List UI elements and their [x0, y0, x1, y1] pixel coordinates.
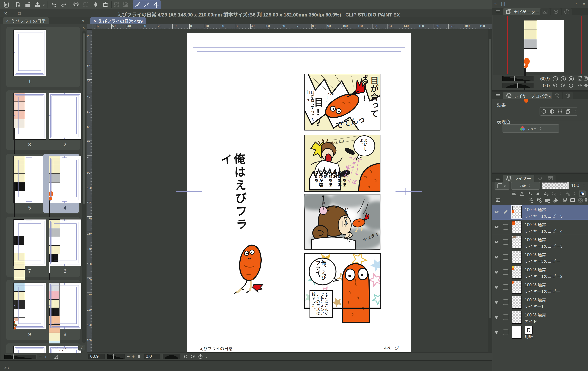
layer-thumbnail[interactable]	[512, 206, 521, 218]
border-effect-button[interactable]	[541, 109, 547, 114]
tab-navigator[interactable]: ナビゲーター	[503, 8, 543, 15]
draft-layer-button[interactable]	[527, 191, 533, 196]
scroll-down-button[interactable]: ∨	[78, 345, 85, 351]
zoom-out-thumbnails-button[interactable]: −	[39, 354, 42, 359]
canvas-zoom-out-button[interactable]: −	[127, 354, 130, 359]
canvas-scrollbar-thumb[interactable]	[489, 39, 491, 318]
tab-page-manager[interactable]: × えびフライの日常	[3, 17, 49, 24]
page-thumbnail-cell[interactable]: 2	[49, 90, 81, 150]
layer-edit-target[interactable]	[503, 314, 508, 320]
expression-color-dropdown[interactable]: カラー	[502, 124, 559, 133]
layer-thumbnail[interactable]	[512, 326, 521, 338]
tab-tone[interactable]	[563, 92, 573, 99]
layer-thumbnail[interactable]	[512, 236, 521, 248]
navigator-rotation-slider[interactable]	[502, 83, 534, 88]
curve-pen-tool[interactable]	[143, 1, 151, 9]
layer-thumbnail[interactable]	[512, 266, 521, 278]
layer-visibility-eye-icon[interactable]	[494, 314, 500, 320]
open-file-button[interactable]	[24, 1, 32, 9]
layer-visibility-eye-icon[interactable]	[494, 239, 500, 245]
page-thumbnail-cell[interactable]: 9	[14, 280, 46, 340]
tab-subview[interactable]	[540, 8, 550, 15]
dock-arrow-icon[interactable]: ›	[576, 1, 577, 6]
window-close-button[interactable]: ×	[2, 10, 9, 16]
halftone-dots-button[interactable]	[557, 109, 563, 114]
layer-thumbnail[interactable]	[512, 251, 521, 263]
layer-edit-target[interactable]	[503, 284, 508, 290]
layer-visibility-eye-icon[interactable]	[494, 269, 500, 275]
thumbnail-zoom-slider[interactable]	[4, 354, 36, 359]
divide-frame-tool[interactable]	[152, 1, 160, 9]
tab-information[interactable]	[562, 8, 572, 15]
new-raster-layer-button[interactable]	[528, 197, 534, 203]
layer-row[interactable]: 100 % 通常レイヤー1のコピー2	[492, 265, 588, 280]
rotate-ccw-button[interactable]	[182, 354, 188, 359]
layer-visibility-eye-icon[interactable]	[494, 209, 500, 215]
tab-layer-search[interactable]	[552, 92, 562, 99]
merge-with-lower-layer-button[interactable]	[561, 197, 567, 203]
layer-property-menu-icon[interactable]	[495, 93, 500, 98]
page-thumbnail[interactable]	[14, 156, 46, 203]
dock-grip-icon[interactable]: |||	[501, 1, 506, 6]
layer-edit-target[interactable]	[503, 330, 508, 335]
pasteboard[interactable]: 俺はえびフライ	[92, 29, 492, 352]
page-thumbnail-cell[interactable]: 4	[49, 154, 81, 213]
page-thumbnail-cell[interactable]: 5	[14, 154, 46, 213]
layer-color-effect-button[interactable]	[565, 109, 571, 114]
clip-studio-logo-icon[interactable]	[2, 1, 10, 9]
canvas-zoom-value[interactable]: 60.9	[88, 354, 105, 359]
close-icon[interactable]: ×	[94, 18, 96, 23]
layer-list-options-button[interactable]	[495, 197, 501, 203]
layer-visibility-eye-icon[interactable]	[494, 330, 500, 335]
page-thumbnail-cell[interactable]: 1	[14, 27, 46, 87]
navigator-rotate-cw-button[interactable]	[560, 83, 566, 88]
opacity-slider[interactable]	[542, 182, 569, 189]
layer-row[interactable]: 100 % 通常レイヤー1のコピー3	[492, 235, 588, 250]
window-maximize-button[interactable]: □	[16, 11, 22, 16]
reset-rotation-button[interactable]	[198, 354, 203, 359]
clip-to-layer-below-button[interactable]	[511, 191, 517, 196]
zoom-in-thumbnails-button[interactable]: +	[44, 354, 47, 359]
fit-thumbnails-icon[interactable]	[53, 354, 59, 360]
save-button[interactable]	[33, 1, 42, 9]
expand-panel-icon[interactable]: ︽	[4, 362, 10, 370]
editing-pencil-icon[interactable]	[503, 209, 508, 215]
set-as-reference-disabled-button[interactable]	[551, 191, 556, 196]
apply-mask-disabled-button[interactable]	[577, 197, 583, 203]
lock-layer-button[interactable]	[535, 191, 541, 196]
tab-quick-access[interactable]	[551, 8, 561, 15]
layer-row[interactable]: 100 % 通常レイヤー1のコピー5	[492, 205, 588, 220]
page-list-scrollbar-thumb[interactable]	[83, 33, 85, 204]
layer-thumbnail[interactable]	[512, 296, 521, 308]
canvas-page[interactable]: 俺はえびフライ	[187, 33, 411, 352]
save-options-chevrons[interactable]	[42, 1, 46, 9]
blend-mode-dropdown[interactable]: 通常	[511, 182, 540, 190]
page-thumbnail-cell[interactable]: 7	[14, 217, 46, 277]
frame-border-pen-tool[interactable]	[133, 1, 142, 9]
panel-chevron-icon[interactable]: ∨	[82, 19, 84, 23]
layer-thumbnail[interactable]	[512, 311, 521, 323]
lock-transparent-pixels-button[interactable]	[543, 191, 549, 196]
thumbnail-size-selector[interactable]	[494, 182, 509, 190]
new-layer-folder-button[interactable]	[545, 197, 550, 203]
navigator-preview-area[interactable]	[493, 15, 588, 75]
deselect-button[interactable]	[82, 1, 90, 9]
page-thumbnail[interactable]	[49, 93, 81, 139]
tab-layers[interactable]: レイヤー	[503, 175, 534, 182]
page-thumbnail[interactable]	[49, 156, 81, 203]
transfer-to-lower-layer-button[interactable]	[553, 197, 559, 203]
new-document-button[interactable]	[14, 1, 22, 9]
layer-edit-target[interactable]	[503, 254, 508, 260]
canvas-fit-button[interactable]	[137, 354, 142, 359]
canvas-rotation-slider[interactable]	[163, 354, 180, 359]
layer-edit-target[interactable]	[503, 269, 508, 275]
effect-more-chevrons[interactable]	[574, 109, 577, 114]
tone-effect-button[interactable]	[549, 109, 555, 114]
navigator-menu-icon[interactable]	[495, 9, 500, 14]
page-thumbnail[interactable]	[14, 220, 46, 266]
page-thumbnail[interactable]	[49, 220, 81, 266]
canvas-zoom-slider[interactable]	[107, 354, 125, 359]
layer-edit-target[interactable]	[503, 224, 508, 230]
canvas-zoom-in-button[interactable]: +	[132, 354, 135, 359]
tab-canvas-document[interactable]: × えびフライの日常 4/29	[90, 17, 146, 24]
